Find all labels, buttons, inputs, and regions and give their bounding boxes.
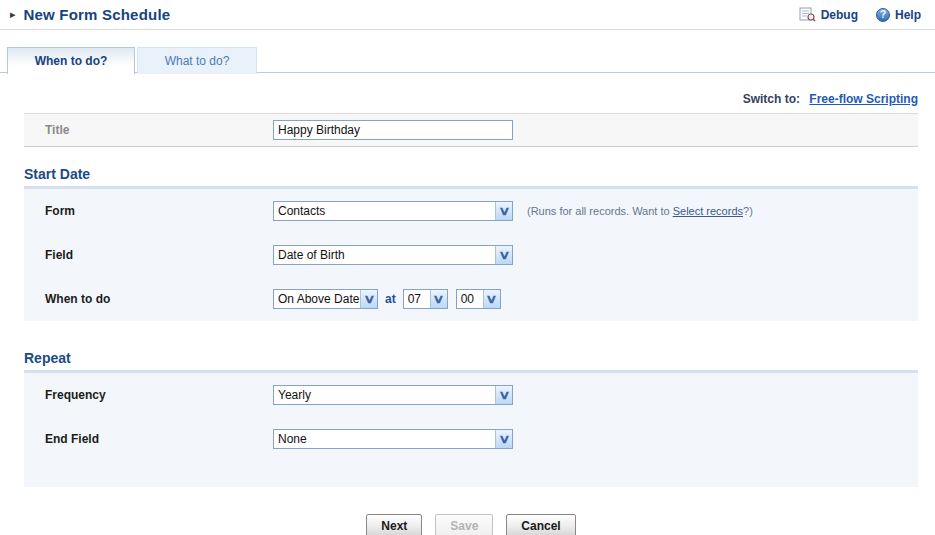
page-title: New Form Schedule — [24, 6, 171, 23]
when-to-do-select-value: On Above Date — [274, 290, 360, 308]
debug-link[interactable]: Debug — [799, 7, 858, 22]
at-label: at — [385, 292, 396, 306]
switch-to-label: Switch to: — [743, 92, 800, 106]
field-select-value: Date of Birth — [274, 246, 495, 264]
main-content: Switch to: Free-flow Scripting Title Sta… — [0, 92, 935, 535]
header-links: Debug ? Help — [799, 7, 921, 22]
form-select[interactable]: Contacts ∨ — [273, 201, 513, 221]
form-select-value: Contacts — [274, 202, 495, 220]
field-label: Field — [45, 248, 273, 262]
title-label: Title — [45, 123, 273, 137]
when-to-do-label: When to do — [45, 292, 273, 306]
next-button[interactable]: Next — [366, 514, 422, 535]
free-flow-scripting-link[interactable]: Free-flow Scripting — [809, 92, 918, 106]
frequency-row: Frequency Yearly ∨ — [24, 373, 918, 417]
frequency-select[interactable]: Yearly ∨ — [273, 385, 513, 405]
records-hint-prefix: (Runs for all records. Want to — [527, 205, 673, 217]
chevron-down-icon[interactable]: ∨ — [495, 246, 512, 264]
when-to-do-select[interactable]: On Above Date ∨ — [273, 289, 378, 309]
title-input[interactable] — [273, 120, 513, 140]
form-label: Form — [45, 204, 273, 218]
chevron-down-icon[interactable]: ∨ — [483, 290, 500, 308]
expand-arrow-icon: ▸ — [10, 9, 16, 20]
hour-select-value: 07 — [404, 290, 430, 308]
tab-what-to-do[interactable]: What to do? — [137, 47, 257, 74]
debug-label: Debug — [821, 8, 858, 22]
minute-select-value: 00 — [457, 290, 483, 308]
minute-select[interactable]: 00 ∨ — [456, 289, 501, 309]
page-header: ▸ New Form Schedule Debug ? Help — [0, 0, 935, 30]
start-date-section: Form Contacts ∨ (Runs for all records. W… — [24, 186, 918, 321]
repeat-section: Frequency Yearly ∨ End Field None ∨ — [24, 370, 918, 487]
repeat-heading: Repeat — [24, 350, 918, 368]
tab-when-to-do[interactable]: When to do? — [7, 47, 135, 74]
cancel-button[interactable]: Cancel — [506, 514, 575, 535]
debug-icon — [799, 7, 816, 22]
frequency-label: Frequency — [45, 388, 273, 402]
chevron-down-icon[interactable]: ∨ — [495, 202, 512, 220]
frequency-select-value: Yearly — [274, 386, 495, 404]
end-field-select[interactable]: None ∨ — [273, 429, 513, 449]
switch-to-line: Switch to: Free-flow Scripting — [24, 92, 918, 107]
end-field-row: End Field None ∨ — [24, 417, 918, 461]
records-hint: (Runs for all records. Want to Select re… — [527, 205, 753, 217]
tab-bar: When to do? What to do? — [0, 30, 935, 73]
hour-select[interactable]: 07 ∨ — [403, 289, 448, 309]
start-date-heading: Start Date — [24, 166, 918, 184]
end-field-label: End Field — [45, 432, 273, 446]
chevron-down-icon[interactable]: ∨ — [495, 386, 512, 404]
title-row: Title — [24, 113, 918, 147]
chevron-down-icon[interactable]: ∨ — [430, 290, 447, 308]
help-label: Help — [895, 8, 921, 22]
records-hint-suffix: ?) — [743, 205, 753, 217]
page-title-group: ▸ New Form Schedule — [10, 6, 170, 23]
field-select[interactable]: Date of Birth ∨ — [273, 245, 513, 265]
save-button: Save — [435, 514, 493, 535]
form-row: Form Contacts ∨ (Runs for all records. W… — [24, 189, 918, 233]
chevron-down-icon[interactable]: ∨ — [360, 290, 377, 308]
help-link[interactable]: ? Help — [876, 8, 921, 22]
action-buttons: Next Save Cancel — [24, 514, 918, 535]
field-row: Field Date of Birth ∨ — [24, 233, 918, 277]
help-icon: ? — [876, 8, 890, 22]
end-field-select-value: None — [274, 430, 495, 448]
chevron-down-icon[interactable]: ∨ — [495, 430, 512, 448]
when-to-do-row: When to do On Above Date ∨ at 07 ∨ 00 ∨ — [24, 277, 918, 321]
select-records-link[interactable]: Select records — [673, 205, 743, 217]
